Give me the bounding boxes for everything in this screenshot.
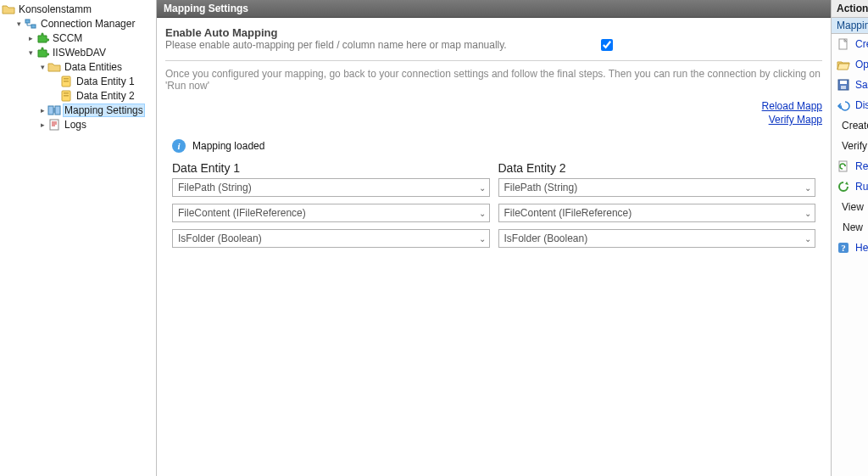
tree-node-data-entity-2[interactable]: Data Entity 2: [0, 88, 156, 103]
actions-list: CreateOpenSaveDiscardCreateVerifyReloadR…: [832, 34, 868, 258]
tree-label: Data Entities: [63, 61, 124, 73]
combo-value: FileContent (IFileReference): [178, 207, 306, 219]
action-label: Run: [855, 181, 868, 193]
tree-node-data-entities[interactable]: ▾ Data Entities: [0, 59, 156, 74]
svg-rect-0: [25, 20, 30, 23]
auto-mapping-section: Enable Auto Mapping Please enable auto-m…: [165, 23, 822, 60]
field-combo[interactable]: FileContent (IFileReference)⌄: [172, 204, 490, 222]
action-discard[interactable]: Discard: [832, 95, 868, 115]
chevron-down-icon: ⌄: [479, 209, 486, 218]
action-label: Help: [855, 242, 868, 254]
field-combo[interactable]: IsFolder (Boolean)⌄: [172, 229, 490, 248]
chevron-down-icon: ⌄: [804, 234, 811, 244]
tree-label: IISWebDAV: [51, 47, 108, 59]
field-combo[interactable]: FileContent (IFileReference)⌄: [498, 204, 816, 222]
tree-label: Data Entity 2: [75, 90, 136, 102]
action-verify[interactable]: Verify: [832, 136, 868, 156]
chevron-down-icon: ⌄: [804, 183, 811, 193]
col-2-title: Data Entity 2: [498, 161, 816, 175]
field-combo[interactable]: FilePath (String)⌄: [172, 178, 490, 197]
field-combo[interactable]: IsFolder (Boolean)⌄: [498, 229, 816, 248]
auto-mapping-title: Enable Auto Mapping: [165, 26, 589, 39]
chevron-down-icon: ⌄: [479, 183, 486, 193]
actions-pane: Actions Mapping Settings CreateOpenSaveD…: [831, 0, 868, 476]
collapse-icon[interactable]: ▾: [37, 62, 47, 72]
svg-rect-9: [55, 106, 60, 115]
expand-icon[interactable]: ▸: [37, 120, 47, 130]
save-icon: [837, 78, 850, 92]
tree-label: Connection Manager: [39, 18, 136, 30]
center-body: Enable Auto Mapping Please enable auto-m…: [157, 18, 831, 255]
logs-icon: [47, 118, 61, 132]
tree-node-konsolenstamm[interactable]: Konsolenstamm: [0, 2, 156, 16]
action-label: Create: [855, 38, 868, 50]
action-label: Discard: [855, 99, 868, 111]
combo-value: IsFolder (Boolean): [178, 232, 262, 244]
tree-node-logs[interactable]: ▸ Logs: [0, 117, 156, 132]
action-reload[interactable]: Reload: [832, 156, 868, 176]
actions-header: Actions: [832, 0, 868, 18]
tree-node-data-entity-1[interactable]: Data Entity 1: [0, 74, 156, 88]
config-note: Once you configured your mapping, go bac…: [165, 68, 822, 92]
reload-icon: [837, 160, 850, 173]
status-text: Mapping loaded: [192, 140, 264, 152]
combo-value: FilePath (String): [504, 182, 578, 193]
open-icon: [837, 58, 850, 71]
tree-label: Konsolenstamm: [17, 3, 93, 15]
action-label: Create: [842, 120, 868, 132]
expand-icon[interactable]: ▸: [37, 105, 47, 115]
verify-mapping-link[interactable]: Verify Mapp: [769, 114, 822, 126]
action-save[interactable]: Save: [832, 75, 868, 95]
combo-value: FilePath (String): [178, 182, 252, 193]
svg-text:?: ?: [841, 243, 846, 253]
tree-node-iiswebdav[interactable]: ▾ IISWebDAV: [0, 45, 156, 59]
center-pane: Mapping Settings Enable Auto Mapping Ple…: [157, 0, 831, 476]
chevron-down-icon: ⌄: [804, 209, 811, 218]
svg-rect-8: [48, 106, 53, 115]
action-label: Reload: [855, 160, 868, 172]
help-icon: ?: [837, 241, 850, 255]
auto-mapping-desc: Please enable auto-mapping per field / c…: [165, 39, 589, 51]
svg-rect-13: [840, 81, 847, 84]
reload-mapping-link[interactable]: Reload Mapp: [762, 100, 822, 112]
action-label: Verify: [842, 140, 867, 152]
field-combo[interactable]: FilePath (String)⌄: [498, 178, 816, 197]
svg-rect-14: [841, 86, 846, 89]
tree-node-sccm[interactable]: ▸ SCCM: [0, 31, 156, 45]
puzzle-icon: [36, 31, 49, 45]
run-icon: [837, 180, 850, 193]
expand-icon[interactable]: ▸: [25, 33, 36, 43]
tree-pane: Konsolenstamm ▾ Connection Manager: [0, 0, 157, 476]
action-label: Open: [855, 59, 868, 70]
svg-rect-10: [50, 120, 58, 130]
new-icon: [837, 37, 850, 51]
tree-label: Data Entity 1: [75, 76, 136, 87]
action-label: New: [843, 221, 863, 233]
svg-rect-6: [64, 92, 69, 94]
collapse-icon[interactable]: ▾: [25, 48, 36, 58]
action-new[interactable]: New: [832, 217, 868, 238]
action-view[interactable]: View: [832, 197, 868, 217]
puzzle-icon: [36, 46, 49, 59]
action-help[interactable]: ?Help: [832, 238, 868, 258]
svg-rect-3: [64, 78, 69, 80]
action-run[interactable]: Run: [832, 176, 868, 197]
info-icon: i: [172, 139, 186, 153]
auto-mapping-checkbox[interactable]: [601, 39, 613, 51]
action-label: View: [842, 201, 864, 213]
svg-rect-7: [64, 95, 69, 97]
app-root: Konsolenstamm ▾ Connection Manager: [0, 0, 868, 476]
action-create[interactable]: Create: [832, 115, 868, 136]
collapse-icon[interactable]: ▾: [14, 19, 24, 29]
tree-node-connection-manager[interactable]: ▾ Connection Manager: [0, 16, 156, 31]
action-label: Save: [855, 79, 868, 91]
tree-node-mapping-settings[interactable]: ▸ Mapping Settings: [0, 103, 156, 117]
auto-mapping-text: Enable Auto Mapping Please enable auto-m…: [165, 26, 589, 51]
mapping-col-1: Data Entity 1 FilePath (String)⌄ FileCon…: [172, 161, 490, 255]
tree-label: Logs: [63, 119, 88, 131]
entity-icon: [59, 89, 73, 103]
action-create[interactable]: Create: [832, 34, 868, 54]
tree-label: SCCM: [51, 32, 84, 44]
action-open[interactable]: Open: [832, 54, 868, 75]
tree-label: Mapping Settings: [63, 104, 145, 117]
